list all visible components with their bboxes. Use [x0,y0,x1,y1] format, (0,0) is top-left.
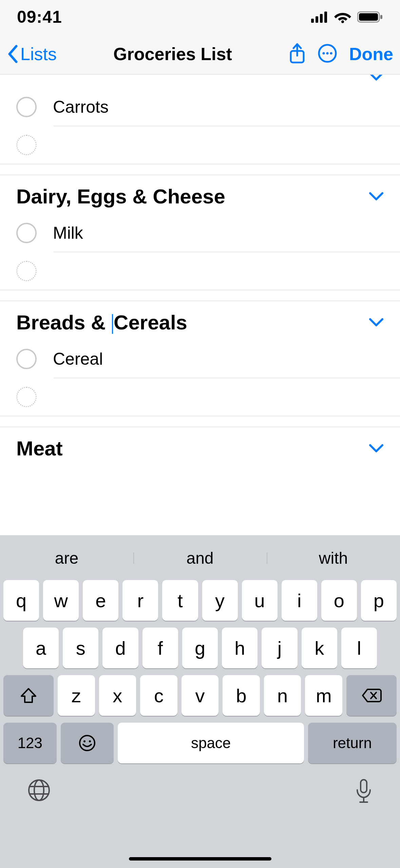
svg-point-20 [34,780,44,800]
section-header-produce[interactable]: Produce [0,75,400,88]
key-z[interactable]: z [58,675,95,716]
key-u[interactable]: u [242,580,278,621]
key-g[interactable]: g [182,628,218,668]
new-item-row[interactable] [0,126,400,164]
svg-rect-3 [324,12,327,23]
suggestion[interactable]: and [133,549,267,567]
svg-rect-6 [359,13,378,21]
key-h[interactable]: h [222,628,258,668]
status-icons [311,11,383,23]
return-key[interactable]: return [308,723,397,763]
more-button[interactable] [318,44,337,64]
key-s[interactable]: s [63,628,98,668]
numbers-key[interactable]: 123 [3,723,57,763]
section-meat: Meat [0,427,400,466]
key-l[interactable]: l [341,628,377,668]
nav-bar: Lists Groceries List Done [0,34,400,75]
page-title: Groceries List [57,44,289,64]
key-m[interactable]: m [305,675,342,716]
shift-key[interactable] [3,675,54,716]
dictation-button[interactable] [355,778,373,806]
svg-point-11 [323,52,325,55]
key-q[interactable]: q [3,580,39,621]
key-e[interactable]: e [83,580,118,621]
key-y[interactable]: y [202,580,238,621]
svg-rect-0 [311,19,314,23]
key-k[interactable]: k [302,628,337,668]
emoji-key[interactable] [61,723,114,763]
svg-point-4 [341,20,344,23]
space-key[interactable]: space [118,723,304,763]
section-header-breads[interactable]: Breads & Cereals [0,301,400,340]
checkbox[interactable] [16,349,37,369]
list-item[interactable]: Carrots [0,88,400,126]
section-title: Produce [16,75,98,76]
section-header-meat[interactable]: Meat [0,427,400,466]
section-title: Meat [16,437,63,460]
globe-icon [27,778,51,802]
svg-rect-23 [361,780,367,793]
home-indicator[interactable] [129,857,271,861]
key-w[interactable]: w [43,580,79,621]
item-text[interactable]: Milk [53,223,384,243]
svg-point-13 [330,52,332,55]
checkbox[interactable] [16,97,37,117]
section-breads: Breads & Cereals Cereal [0,301,400,416]
section-dairy: Dairy, Eggs & Cheese Milk [0,175,400,290]
svg-point-19 [29,780,49,800]
item-text[interactable]: Carrots [53,97,384,117]
key-row-2: a s d f g h j k l [3,628,397,668]
key-f[interactable]: f [142,628,178,668]
globe-button[interactable] [27,778,51,803]
svg-point-18 [89,740,91,742]
key-v[interactable]: v [182,675,219,716]
new-item-row[interactable] [0,252,400,290]
list-item[interactable]: Cereal [0,340,400,378]
checkbox[interactable] [16,223,37,243]
done-button[interactable]: Done [349,44,393,64]
key-n[interactable]: n [264,675,301,716]
mic-icon [355,778,373,804]
list-item[interactable]: Milk [0,214,400,252]
key-c[interactable]: c [140,675,177,716]
back-button[interactable]: Lists [7,44,57,64]
add-item-placeholder-icon [16,387,37,407]
key-a[interactable]: a [23,628,59,668]
section-title[interactable]: Breads & Cereals [16,311,187,334]
suggestion-bar: are and with [0,539,400,577]
add-item-placeholder-icon [16,135,37,155]
key-p[interactable]: p [361,580,397,621]
item-text[interactable]: Cereal [53,349,384,369]
status-time: 09:41 [17,7,62,27]
svg-rect-7 [380,15,382,19]
key-d[interactable]: d [102,628,138,668]
cellular-icon [311,11,328,23]
emoji-icon [78,734,96,752]
suggestion[interactable]: are [0,549,133,567]
key-row-1: q w e r t y u i o p [3,580,397,621]
keyboard: are and with q w e r t y u i o p a s d f [0,535,400,868]
share-button[interactable] [289,43,306,65]
chevron-left-icon [7,45,19,63]
key-j[interactable]: j [262,628,297,668]
wifi-icon [334,11,351,23]
key-row-4: 123 space return [3,723,397,763]
key-b[interactable]: b [223,675,260,716]
svg-rect-1 [316,16,318,23]
suggestion[interactable]: with [267,549,400,567]
svg-point-16 [80,736,95,751]
chevron-down-icon [369,75,384,82]
key-o[interactable]: o [321,580,357,621]
backspace-icon [361,688,382,703]
section-header-dairy[interactable]: Dairy, Eggs & Cheese [0,175,400,214]
new-item-row[interactable] [0,378,400,416]
backspace-key[interactable] [346,675,397,716]
section-produce: Produce Carrots [0,75,400,164]
key-r[interactable]: r [122,580,158,621]
key-t[interactable]: t [162,580,198,621]
list-content[interactable]: Produce Carrots Dairy, Eggs & Cheese Mil… [0,75,400,535]
key-i[interactable]: i [282,580,317,621]
svg-point-17 [83,740,85,742]
key-x[interactable]: x [99,675,136,716]
chevron-down-icon [369,318,384,327]
